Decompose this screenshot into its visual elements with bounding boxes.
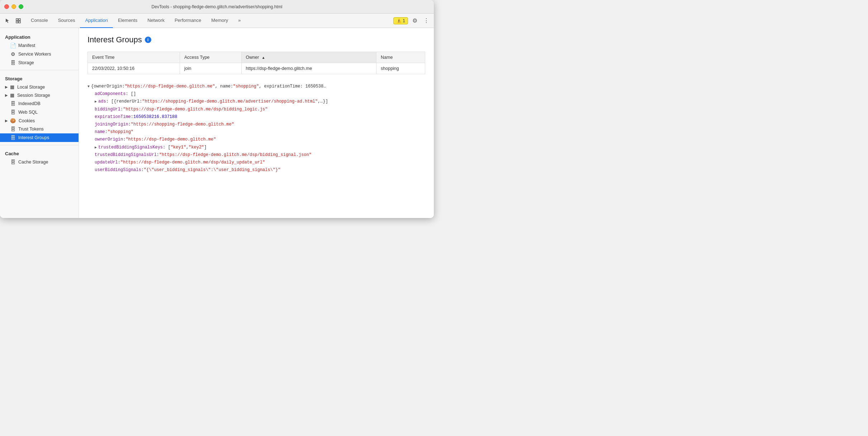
table-header: Event Time Access Type Owner ▲ Name <box>88 52 425 63</box>
tab-elements[interactable]: Elements <box>113 14 142 28</box>
json-user-bidding-signals: userBiddingSignals : "{\"user_bidding_si… <box>87 166 425 174</box>
svg-rect-0 <box>16 19 18 20</box>
websql-icon: 🗄 <box>10 109 16 115</box>
sidebar-item-websql[interactable]: 🗄 Web SQL <box>0 108 79 117</box>
json-root-line: ▼ {ownerOrigin: "https://dsp-fledge-demo… <box>87 83 425 90</box>
tab-memory[interactable]: Memory <box>206 14 233 28</box>
storage-icon: 🗄 <box>10 60 16 66</box>
sidebar-item-manifest[interactable]: 📄 Manifest <box>0 41 79 50</box>
interest-groups-table: Event Time Access Type Owner ▲ Name 22/0… <box>87 52 425 74</box>
tab-application[interactable]: Application <box>80 14 113 28</box>
service-workers-icon: ⚙ <box>10 51 16 57</box>
warning-badge[interactable]: ⚠️ 1 <box>393 17 408 24</box>
col-access-type[interactable]: Access Type <box>180 52 241 63</box>
json-expiration-time: expirationTime : 1650538216.837188 <box>87 113 425 121</box>
cell-event-time: 22/03/2022, 10:50:16 <box>88 63 180 74</box>
sidebar-item-indexeddb[interactable]: 🗄 IndexedDB <box>0 99 79 108</box>
storage-section-title: Storage <box>0 73 79 83</box>
json-viewer: ▼ {ownerOrigin: "https://dsp-fledge-demo… <box>87 80 425 177</box>
tab-bar: Console Sources Application Elements Net… <box>0 14 434 28</box>
json-trusted-url: trustedBiddingSignalsUrl : "https://dsp-… <box>87 151 425 159</box>
sidebar-item-label: Trust Tokens <box>18 127 44 132</box>
page-title: Interest Groups i <box>87 35 425 44</box>
svg-rect-1 <box>19 19 20 20</box>
cache-storage-icon: 🗄 <box>10 159 16 165</box>
info-icon[interactable]: i <box>145 37 151 43</box>
col-event-time[interactable]: Event Time <box>88 52 180 63</box>
interest-groups-icon: 🗄 <box>10 135 16 141</box>
arrow-icon: ▶ <box>5 119 8 123</box>
col-owner[interactable]: Owner ▲ <box>241 52 376 63</box>
warning-icon: ⚠️ <box>396 18 402 23</box>
window-title: DevTools - shopping-fledge-demo.glitch.m… <box>152 4 283 9</box>
tab-sources[interactable]: Sources <box>53 14 80 28</box>
json-trusted-keys: ▶ trustedBiddingSignalsKeys : [ "key1" ,… <box>87 144 425 151</box>
maximize-button[interactable] <box>19 4 23 9</box>
local-storage-icon: ▦ <box>10 84 14 90</box>
cell-access-type: join <box>180 63 241 74</box>
sidebar-item-label: IndexedDB <box>18 101 41 106</box>
warning-count: 1 <box>403 18 405 23</box>
sidebar-item-label: Cache Storage <box>18 160 48 165</box>
json-toggle-ads[interactable]: ▶ <box>95 99 97 105</box>
cursor-tool-button[interactable] <box>3 16 12 25</box>
sidebar-item-service-workers[interactable]: ⚙ Service Workers <box>0 50 79 58</box>
sidebar-item-label: Local Storage <box>17 85 45 90</box>
manifest-icon: 📄 <box>10 43 16 48</box>
sidebar-item-label: Cookies <box>19 118 35 123</box>
table-row[interactable]: 22/03/2022, 10:50:16 join https://dsp-fl… <box>88 63 425 74</box>
sort-arrow-icon: ▲ <box>262 56 265 60</box>
tab-bar-right: ⚠️ 1 ⚙ ⋮ <box>393 16 431 25</box>
table-body: 22/03/2022, 10:50:16 join https://dsp-fl… <box>88 63 425 74</box>
close-button[interactable] <box>4 4 9 9</box>
arrow-icon: ▶ <box>5 85 8 89</box>
tabs: Console Sources Application Elements Net… <box>26 14 393 28</box>
session-storage-icon: ▦ <box>10 93 14 98</box>
svg-rect-3 <box>19 21 20 23</box>
col-name[interactable]: Name <box>376 52 425 63</box>
svg-rect-2 <box>16 21 18 23</box>
sidebar-item-cookies[interactable]: ▶ 🍪 Cookies <box>0 117 79 125</box>
tab-network[interactable]: Network <box>142 14 170 28</box>
sidebar-item-trust-tokens[interactable]: 🗄 Trust Tokens <box>0 125 79 133</box>
sidebar-divider-2 <box>0 145 79 145</box>
json-owner-origin: ownerOrigin : "https://dsp-fledge-demo.g… <box>87 136 425 143</box>
sidebar-item-session-storage[interactable]: ▶ ▦ Session Storage <box>0 91 79 99</box>
json-toggle-root[interactable]: ▼ <box>87 84 90 90</box>
more-options-button[interactable]: ⋮ <box>422 16 431 25</box>
tab-console[interactable]: Console <box>26 14 53 28</box>
json-name: name : "shopping" <box>87 128 425 136</box>
tab-more[interactable]: » <box>233 14 246 28</box>
content-area: Interest Groups i Event Time Access Type… <box>79 28 434 218</box>
sidebar: Application 📄 Manifest ⚙ Service Workers… <box>0 28 79 218</box>
indexeddb-icon: 🗄 <box>10 101 16 106</box>
application-section-title: Application <box>0 32 79 41</box>
sidebar-item-label: Storage <box>18 60 34 65</box>
sidebar-item-label: Web SQL <box>18 110 38 115</box>
page-title-text: Interest Groups <box>87 35 142 44</box>
trust-tokens-icon: 🗄 <box>10 126 16 132</box>
sidebar-divider-1 <box>0 70 79 70</box>
sidebar-item-storage[interactable]: 🗄 Storage <box>0 58 79 67</box>
json-bidding-url: biddingUrl : "https://dsp-fledge-demo.gl… <box>87 106 425 113</box>
cell-owner: https://dsp-fledge-demo.glitch.me <box>241 63 376 74</box>
settings-button[interactable]: ⚙ <box>410 16 419 25</box>
sidebar-item-local-storage[interactable]: ▶ ▦ Local Storage <box>0 83 79 91</box>
sidebar-item-cache-storage[interactable]: 🗄 Cache Storage <box>0 158 79 166</box>
json-ads: ▶ ads : [{renderUrl: "https://shopping-f… <box>87 98 425 105</box>
json-toggle-keys[interactable]: ▶ <box>95 145 97 151</box>
sidebar-item-label: Interest Groups <box>18 135 49 140</box>
sidebar-item-label: Manifest <box>18 43 35 48</box>
tab-performance[interactable]: Performance <box>170 14 206 28</box>
sidebar-item-label: Session Storage <box>17 93 50 98</box>
json-update-url: updateUrl : "https://dsp-fledge-demo.gli… <box>87 159 425 166</box>
json-ad-components: adComponents : [] <box>87 90 425 98</box>
title-bar: DevTools - shopping-fledge-demo.glitch.m… <box>0 0 434 14</box>
inspect-tool-button[interactable] <box>14 16 23 25</box>
json-joining-origin: joiningOrigin : "https://shopping-fledge… <box>87 121 425 128</box>
sidebar-item-label: Service Workers <box>18 52 51 57</box>
minimize-button[interactable] <box>11 4 16 9</box>
arrow-icon: ▶ <box>5 93 8 97</box>
cookies-icon: 🍪 <box>10 118 16 123</box>
sidebar-item-interest-groups[interactable]: 🗄 Interest Groups <box>0 133 79 142</box>
